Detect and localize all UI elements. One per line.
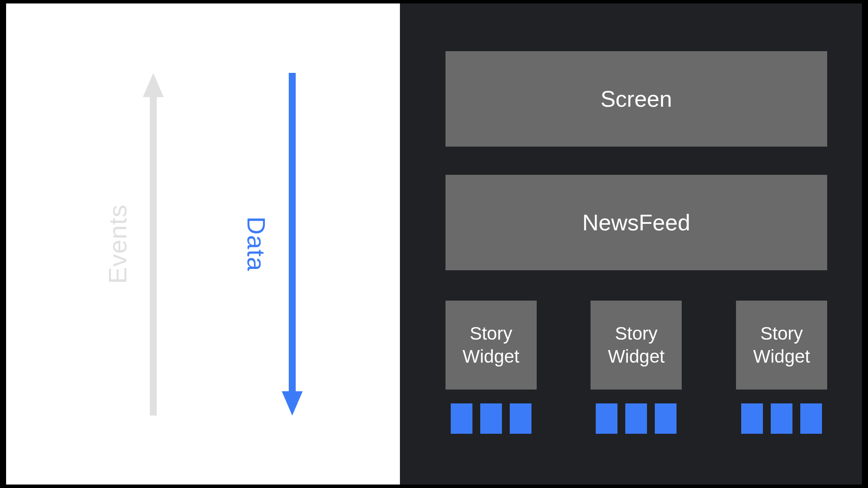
data-arrow-group: Data [242,73,303,416]
chips-row [451,403,531,434]
story-widget-col: StoryWidget [736,301,827,434]
events-label: Events [103,204,132,284]
story-widget-box: StoryWidget [446,301,537,390]
left-panel: Events Data [6,3,400,485]
data-label: Data [242,216,271,272]
right-panel: Screen NewsFeed StoryWidget StoryWidget [400,3,862,485]
story-widget-label: StoryWidget [608,322,665,368]
svg-marker-1 [282,73,303,416]
arrow-down-icon [282,73,303,416]
story-widget-box: StoryWidget [591,301,682,390]
chip [741,403,763,434]
diagram-container: Events Data Screen NewsFeed StoryWidget [6,3,862,485]
story-widgets-row: StoryWidget StoryWidget StoryWidget [446,301,827,434]
events-arrow-group: Events [103,73,164,416]
chip [480,403,502,434]
newsfeed-box: NewsFeed [446,175,827,270]
chips-row [741,403,822,434]
chip [596,403,617,434]
story-widget-box: StoryWidget [736,301,827,390]
story-widget-col: StoryWidget [446,301,537,434]
story-widget-col: StoryWidget [591,301,682,434]
arrow-up-icon [143,73,164,416]
chips-row [596,403,677,434]
chip [800,403,822,434]
svg-marker-0 [143,73,164,416]
chip [625,403,647,434]
story-widget-label: StoryWidget [753,322,810,368]
chip [771,403,792,434]
story-widget-label: StoryWidget [462,322,519,368]
chip [655,403,677,434]
screen-box: Screen [446,51,827,147]
chip [451,403,472,434]
chip [510,403,531,434]
